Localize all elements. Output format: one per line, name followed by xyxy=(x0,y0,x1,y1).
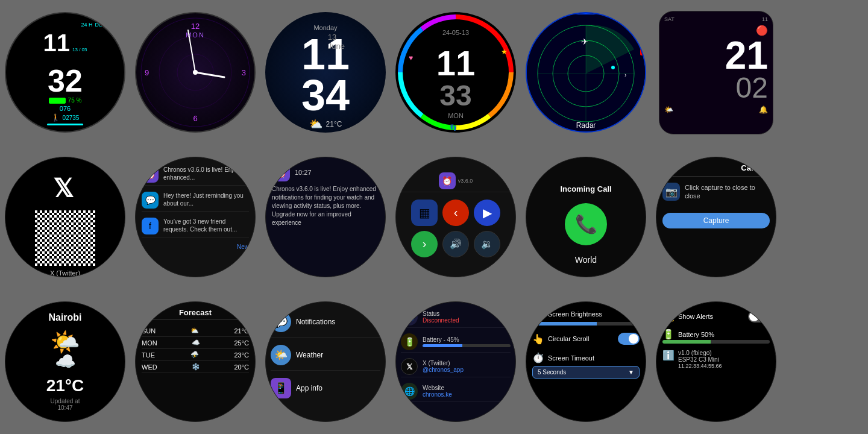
cell-r3c1: Nairobi 🌤️ ☁️ 21°C Updated at 10:47 xyxy=(0,289,130,434)
svg-text:👣: 👣 xyxy=(450,124,458,131)
status-bt-icon: 🔵 xyxy=(401,309,418,326)
twitter-info: X (Twitter) @chronos_app xyxy=(423,360,464,373)
incoming-call-title: Incoming Call xyxy=(560,184,611,193)
wf3-minute: 34 xyxy=(301,76,350,115)
battery-bar xyxy=(423,344,511,347)
incoming-call-accept-btn[interactable]: 📞 xyxy=(565,203,607,245)
grid-forward-btn[interactable]: › xyxy=(411,231,438,257)
circular-icon: 👆 xyxy=(532,333,544,345)
notif-text-3: You've got 3 new friend requests. Check … xyxy=(163,218,249,233)
status-info: Status Disconnected xyxy=(423,310,459,324)
grid-version-text: v3.6.0 xyxy=(458,178,473,184)
mac-address: 11:22:33:44:55:66 xyxy=(678,363,722,369)
grid-vol-down-btn[interactable]: 🔉 xyxy=(474,231,500,257)
timeout-label: Screen Timeout xyxy=(548,354,594,362)
wf4-svg: 24-05-13 11 33 MON ♥ ★ 👣 xyxy=(395,12,516,133)
wf1-battery-pct: 75 % xyxy=(68,97,82,104)
wf1-top: ПН 24 H DD MM xyxy=(12,19,118,31)
notif-cat-weather-icon: 🌤️ xyxy=(271,345,291,365)
watchface-digital-blue: Monday 11 13 June 34 ⛅ 21°C xyxy=(265,12,386,133)
notif-text-2: Hey there! Just reminding you about our.… xyxy=(163,192,249,207)
city-name: Nairobi xyxy=(48,312,81,323)
website-info: Website chronos.ke xyxy=(423,385,452,398)
watchface-notif-detail: ⏰ 10:27 Chronos v3.6.0 is live! Enjoy en… xyxy=(265,157,386,277)
svg-text:♥: ♥ xyxy=(409,54,413,62)
svg-text:11: 11 xyxy=(436,43,476,83)
notif-detail-time: 10:27 xyxy=(295,169,312,176)
notif-cat-appinfo-label: App info xyxy=(296,384,322,392)
capture-button[interactable]: Capture xyxy=(662,213,770,228)
notif-icon-facebook: f xyxy=(142,218,159,234)
notif-cat-appinfo-icon: 📱 xyxy=(271,378,291,398)
wf1-24h: 24 H xyxy=(81,22,92,28)
wf1-date: 13 / 05 xyxy=(72,47,87,52)
cell-r3c7 xyxy=(781,289,868,434)
circular-scroll-setting: 👆 Circular Scroll xyxy=(532,330,640,347)
twitter-row: 𝕏 X (Twitter) @chronos_app xyxy=(401,356,511,377)
cell-r2c4: ⏰ v3.6.0 ▦ ‹ ▶ › 🔊 🔉 xyxy=(391,145,521,289)
camera-icon: 📷 xyxy=(662,183,680,201)
wf6-sat: SAT xyxy=(664,16,675,22)
forecast-day-1: MON xyxy=(142,339,157,347)
notif-detail-icon: ⏰ xyxy=(272,163,290,181)
wf6-day-num: 11 xyxy=(762,16,768,22)
watchface-notif-categories: 💬 Notifications 🌤️ Weather 📱 App info xyxy=(265,301,386,422)
cell-r2c3: ⏰ 10:27 Chronos v3.6.0 is live! Enjoy en… xyxy=(260,145,391,289)
dropdown-chevron-icon: ▼ xyxy=(628,369,634,376)
notif-icon-chronos: ⏰ xyxy=(142,166,159,183)
notif-detail-message: Chronos v3.6.0 is live! Enjoy enhanced n… xyxy=(272,185,379,227)
timeout-icon: ⏱️ xyxy=(532,352,544,363)
notif-new-label: New xyxy=(142,244,249,250)
watchface-camera: Camera 📷 Click capture to close to close… xyxy=(656,157,776,277)
forecast-temp-2: 23°C xyxy=(234,351,249,359)
svg-point-5 xyxy=(193,70,198,75)
grid-play-btn[interactable]: ▶ xyxy=(474,200,500,226)
battery-info: Battery - 45% xyxy=(423,336,511,347)
timeout-value: 5 Seconds xyxy=(538,369,566,376)
alerts-label: Show Alerts xyxy=(678,313,713,320)
forecast-icon-3: ❄️ xyxy=(192,363,200,371)
battery50-label: Battery 50% xyxy=(678,331,714,338)
svg-text:★: ★ xyxy=(501,48,508,56)
wf1-extra: 076 xyxy=(60,105,71,112)
wf1-steps: 02735 xyxy=(63,115,80,121)
battery-50-setting: 🔋 Battery 50% xyxy=(662,329,770,344)
svg-text:MON: MON xyxy=(448,112,464,119)
forecast-day-2: TUE xyxy=(142,351,155,359)
forecast-title: Forecast xyxy=(142,308,249,320)
grid-qr-btn[interactable]: ▦ xyxy=(411,200,438,226)
forecast-icon-2: ⛈️ xyxy=(190,351,199,359)
brightness-slider[interactable] xyxy=(532,322,640,326)
alerts-toggle[interactable] xyxy=(748,310,770,322)
cell-r1c4: 24-05-13 11 33 MON ♥ ★ 👣 xyxy=(391,0,521,145)
alerts-bell-icon: 🔔 xyxy=(662,311,675,322)
twitter-label: X (Twitter) xyxy=(50,269,80,277)
wf6-bell-icon: 🔔 xyxy=(759,105,768,114)
cell-r2c1: 𝕏 X (Twitter) xyxy=(0,145,130,289)
notif-icon-skype: 💬 xyxy=(142,192,159,209)
wf3-weather-icon: ⛅ xyxy=(309,118,322,131)
svg-text:✈: ✈ xyxy=(581,37,588,46)
cell-r3c2: Forecast SUN ⛅ 21°C MON ☁️ 25°C TUE ⛈️ 2… xyxy=(130,289,260,434)
website-url: chronos.ke xyxy=(423,391,452,398)
timeout-dropdown[interactable]: 5 Seconds ▼ xyxy=(532,366,640,379)
city-cloud-icon: ☁️ xyxy=(55,351,76,371)
version-info: ℹ️ v1.0 (fbiego) ESP32 C3 Mini 11:22:33:… xyxy=(662,350,770,369)
svg-point-22 xyxy=(611,66,615,69)
city-temp: 21°C xyxy=(46,376,84,395)
wf3-date-num: 13 xyxy=(328,33,336,42)
wf5-svg: ✈ › Radar xyxy=(526,13,646,131)
svg-text:33: 33 xyxy=(439,80,471,112)
twitter-qr-code xyxy=(35,210,95,266)
grid-vol-up-btn[interactable]: 🔊 xyxy=(442,231,469,257)
circular-scroll-toggle[interactable] xyxy=(618,333,640,345)
brightness-setting: ☀️ Screen Brightness xyxy=(532,308,640,326)
wf2-clock-svg xyxy=(135,12,256,133)
version-label: v1.0 (fbiego) xyxy=(678,350,722,356)
watchface-info-panel: 🔔 Show Alerts 🔋 Battery 50% ℹ️ v1.0 (fbi… xyxy=(656,301,776,422)
website-label: Website xyxy=(423,385,452,391)
app-grid-container: ▦ ‹ ▶ › 🔊 🔉 xyxy=(404,192,508,265)
cell-r3c5: ☀️ Screen Brightness 👆 Circular Scroll ⏱… xyxy=(521,289,651,434)
battery50-bar xyxy=(662,340,770,344)
grid-back-btn[interactable]: ‹ xyxy=(442,200,469,226)
